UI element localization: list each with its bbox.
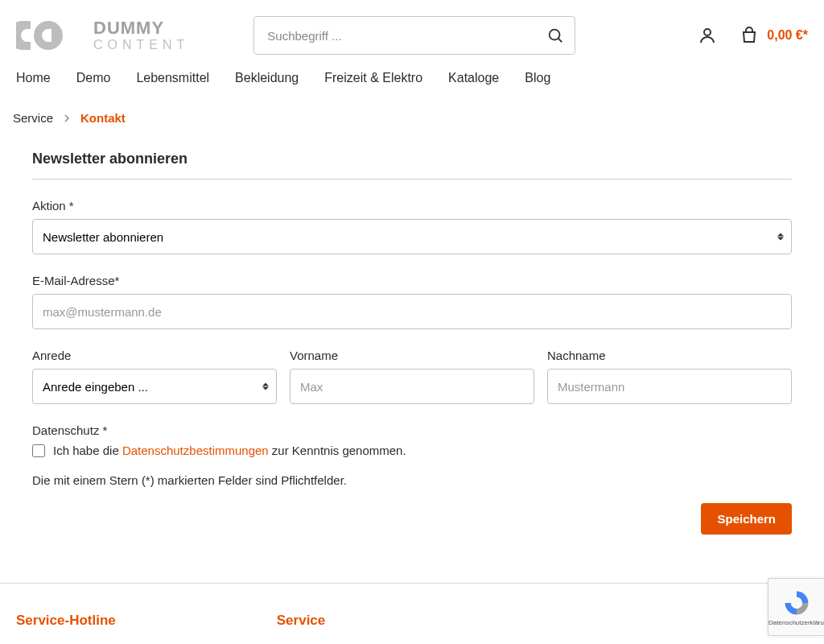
main-nav: Home Demo Lebensmittel Bekleidung Freize…	[0, 64, 824, 101]
recaptcha-badge[interactable]: Datenschutzerkläru	[768, 578, 824, 629]
breadcrumb-kontakt[interactable]: Kontakt	[80, 111, 126, 125]
svg-point-3	[704, 29, 711, 35]
recaptcha-privacy-link[interactable]: Datenschutzerkläru	[768, 619, 824, 626]
cart-amount: 0,00 €*	[767, 28, 808, 43]
svg-line-2	[558, 39, 562, 43]
footer: Service-Hotline Service	[0, 584, 824, 629]
privacy-checkbox[interactable]	[32, 444, 45, 457]
privacy-row: Ich habe die Datenschutzbestimmungen zur…	[32, 444, 792, 457]
breadcrumb: Service Kontakt	[0, 101, 824, 131]
logo-text-top: DUMMY	[93, 19, 189, 37]
nav-item-kataloge[interactable]: Kataloge	[448, 71, 499, 85]
bag-icon	[740, 26, 759, 45]
action-label: Aktion *	[32, 199, 792, 213]
logo-text-bottom: CONTENT	[93, 39, 189, 52]
user-icon	[698, 26, 717, 45]
search-input[interactable]	[253, 16, 575, 55]
field-action: Aktion * Newsletter abonnieren	[32, 199, 792, 254]
privacy-text: Ich habe die Datenschutzbestimmungen zur…	[53, 444, 406, 457]
logo-text: DUMMY CONTENT	[93, 19, 189, 52]
privacy-link[interactable]: Datenschutzbestimmungen	[122, 444, 269, 457]
logo[interactable]: DUMMY CONTENT	[16, 16, 189, 55]
nav-item-home[interactable]: Home	[16, 71, 51, 85]
recaptcha-icon	[782, 588, 811, 617]
field-salutation: Anrede Anrede eingeben ...	[32, 349, 277, 404]
lastname-input[interactable]	[547, 369, 792, 404]
salutation-label: Anrede	[32, 349, 277, 362]
submit-button[interactable]: Speichern	[701, 503, 792, 535]
header: DUMMY CONTENT 0,00 €*	[0, 0, 824, 64]
action-select[interactable]: Newsletter abonnieren	[32, 219, 792, 254]
footer-hotline-heading: Service-Hotline	[16, 613, 116, 629]
nav-item-demo[interactable]: Demo	[76, 71, 111, 85]
nav-item-lebensmittel[interactable]: Lebensmittel	[136, 71, 209, 85]
breadcrumb-service[interactable]: Service	[13, 111, 53, 125]
nav-item-freizeit[interactable]: Freizeit & Elektro	[324, 71, 422, 85]
privacy-label: Datenschutz *	[32, 423, 792, 437]
chevron-right-icon	[63, 114, 71, 122]
lastname-label: Nachname	[547, 349, 792, 362]
header-right: 0,00 €*	[694, 23, 808, 48]
search-icon[interactable]	[546, 27, 564, 44]
content: Newsletter abonnieren Aktion * Newslette…	[0, 131, 824, 559]
salutation-select[interactable]: Anrede eingeben ...	[32, 369, 277, 404]
field-firstname: Vorname	[290, 349, 534, 404]
firstname-label: Vorname	[290, 349, 534, 362]
account-button[interactable]	[694, 23, 720, 48]
required-note: Die mit einem Stern (*) markierten Felde…	[32, 473, 792, 487]
page-title: Newsletter abonnieren	[32, 151, 792, 180]
svg-point-1	[550, 30, 560, 40]
nav-item-blog[interactable]: Blog	[525, 71, 550, 85]
email-label: E-Mail-Adresse*	[32, 274, 792, 287]
firstname-input[interactable]	[290, 369, 534, 404]
field-email: E-Mail-Adresse*	[32, 274, 792, 329]
field-lastname: Nachname	[547, 349, 792, 404]
cart-button[interactable]: 0,00 €*	[740, 26, 808, 45]
search	[253, 16, 575, 55]
nav-item-bekleidung[interactable]: Bekleidung	[235, 71, 299, 85]
logo-mark-icon	[16, 16, 84, 55]
email-input[interactable]	[32, 294, 792, 329]
footer-service-heading: Service	[277, 613, 326, 629]
